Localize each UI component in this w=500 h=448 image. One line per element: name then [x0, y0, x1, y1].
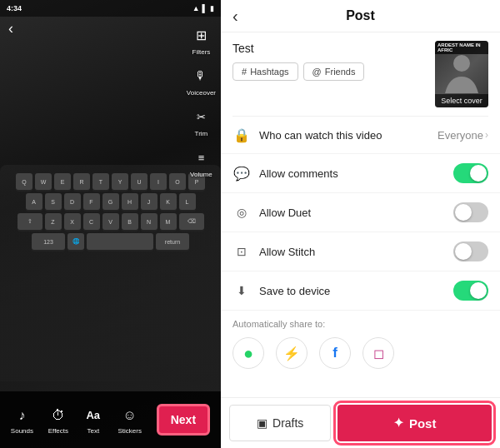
volume-icon: ≡ — [189, 146, 212, 169]
allow-comments-toggle[interactable] — [453, 163, 488, 183]
trim-icon: ✂ — [189, 105, 212, 128]
lock-icon: 🔒 — [232, 126, 251, 144]
text-icon: Aa — [83, 406, 103, 426]
key: J — [141, 193, 158, 210]
effects-button[interactable]: ⏱ Effects — [48, 406, 68, 435]
key: return — [156, 233, 189, 250]
toggle-knob-stitch — [455, 243, 472, 260]
bottom-actions: ▣ Drafts ✦ Post — [221, 397, 500, 448]
allow-stitch-toggle[interactable] — [453, 241, 488, 261]
key: ⇧ — [18, 213, 42, 230]
drafts-button[interactable]: ▣ Drafts — [229, 405, 331, 441]
effects-label: Effects — [48, 427, 68, 435]
allow-comments-label: Allow comments — [259, 167, 453, 180]
next-button[interactable]: Next — [157, 404, 210, 436]
post-sparkle-icon: ✦ — [393, 416, 404, 431]
allow-comments-row: 💬 Allow comments — [221, 154, 500, 193]
key: G — [102, 193, 119, 210]
voiceover-icon: 🎙 — [189, 64, 212, 87]
key: ⌫ — [179, 213, 204, 230]
stickers-icon: ☺ — [120, 406, 140, 426]
messenger-share-button[interactable]: ⚡ — [276, 337, 308, 369]
allow-duet-toggle[interactable] — [453, 202, 488, 222]
key: W — [35, 173, 52, 190]
allow-duet-row: ◎ Allow Duet — [221, 193, 500, 232]
key: M — [160, 213, 177, 230]
back-button[interactable]: ‹ — [232, 7, 238, 26]
caption-tags: # Hashtags @ Friends — [232, 62, 427, 81]
sounds-label: Sounds — [11, 427, 33, 435]
save-icon: ⬇ — [232, 281, 251, 300]
key: 🌐 — [68, 233, 84, 250]
save-device-label: Save to device — [259, 285, 453, 297]
who-can-watch-value: Everyone › — [438, 129, 488, 142]
key: K — [160, 193, 177, 210]
cover-title-bar: ARDEST NAME IN AFRIC — [435, 41, 488, 54]
share-section-label: Automatically share to: — [232, 319, 488, 329]
key: V — [102, 213, 119, 230]
who-can-watch-row[interactable]: 🔒 Who can watch this video Everyone › — [221, 117, 500, 154]
stickers-button[interactable]: ☺ Stickers — [118, 406, 142, 435]
key: A — [26, 193, 42, 210]
settings-area: 🔒 Who can watch this video Everyone › 💬 … — [221, 117, 500, 397]
allow-stitch-row: ⊡ Allow Stitch — [221, 232, 500, 271]
hashtag-button[interactable]: # Hashtags — [232, 62, 298, 81]
left-panel: Q W E R T Y U I O P A S D F G H J K L — [0, 0, 221, 448]
person-silhouette — [445, 52, 478, 97]
key: E — [54, 173, 71, 190]
text-label: Text — [87, 427, 99, 435]
voiceover-label: Voiceover — [187, 89, 216, 97]
key: L — [179, 193, 196, 210]
cover-select-overlay[interactable]: Select cover — [435, 94, 488, 107]
key: H — [122, 193, 138, 210]
cover-box[interactable]: ARDEST NAME IN AFRIC Select cover — [435, 41, 488, 107]
who-can-watch-label: Who can watch this video — [259, 129, 438, 142]
share-section: Automatically share to: ● ⚡ f ◻ — [221, 311, 500, 376]
caption-input[interactable] — [232, 42, 427, 55]
share-icons-row: ● ⚡ f ◻ — [232, 337, 488, 369]
status-bar: 4:34 ▲ ▌ ▮ — [0, 0, 221, 17]
hashtag-icon: # — [242, 67, 247, 77]
key: R — [73, 173, 90, 190]
back-button-left[interactable]: ‹ — [8, 20, 13, 37]
duet-icon: ◎ — [232, 203, 251, 222]
panel-title: Post — [346, 8, 375, 23]
save-device-toggle[interactable] — [453, 281, 488, 301]
post-label: Post — [409, 416, 437, 431]
toggle-knob — [470, 165, 487, 182]
text-button[interactable]: Aa Text — [83, 406, 103, 435]
save-device-row: ⬇ Save to device — [221, 271, 500, 311]
sounds-button[interactable]: ♪ Sounds — [11, 406, 33, 435]
wifi-icon: ▲ — [192, 4, 200, 12]
instagram-share-button[interactable]: ◻ — [362, 337, 394, 369]
filters-icon: ⊞ — [189, 23, 212, 47]
key: S — [45, 193, 62, 210]
filters-label: Filters — [192, 48, 211, 56]
drafts-icon: ▣ — [257, 416, 268, 430]
key: 123 — [32, 233, 65, 250]
trim-tool[interactable]: ✂ Trim — [189, 105, 212, 137]
caption-text-area: # Hashtags @ Friends — [232, 41, 427, 81]
toggle-knob-save — [470, 282, 487, 299]
select-cover-label: Select cover — [441, 97, 482, 105]
key: I — [150, 173, 167, 190]
mention-button[interactable]: @ Friends — [303, 62, 365, 81]
stickers-label: Stickers — [118, 427, 142, 435]
effects-icon: ⏱ — [48, 406, 68, 426]
svg-point-0 — [453, 55, 470, 72]
caption-area: # Hashtags @ Friends ARDEST NAME IN AFRI… — [221, 32, 500, 116]
filters-tool[interactable]: ⊞ Filters — [189, 23, 212, 56]
key: Y — [112, 173, 128, 190]
key: B — [122, 213, 138, 230]
mention-label: Friends — [325, 67, 356, 77]
voiceover-tool[interactable]: 🎙 Voiceover — [187, 64, 216, 97]
status-time: 4:34 — [7, 4, 22, 12]
editor-tools: ⊞ Filters 🎙 Voiceover ✂ Trim ≡ Volume — [187, 23, 216, 178]
battery-icon: ▮ — [210, 4, 214, 12]
volume-tool[interactable]: ≡ Volume — [189, 146, 212, 178]
signal-icon: ▌ — [202, 4, 208, 12]
whatsapp-share-button[interactable]: ● — [232, 337, 264, 369]
keyboard-visual: Q W E R T Y U I O P A S D F G H J K L — [0, 165, 221, 381]
facebook-share-button[interactable]: f — [319, 337, 351, 369]
post-button[interactable]: ✦ Post — [338, 405, 492, 441]
